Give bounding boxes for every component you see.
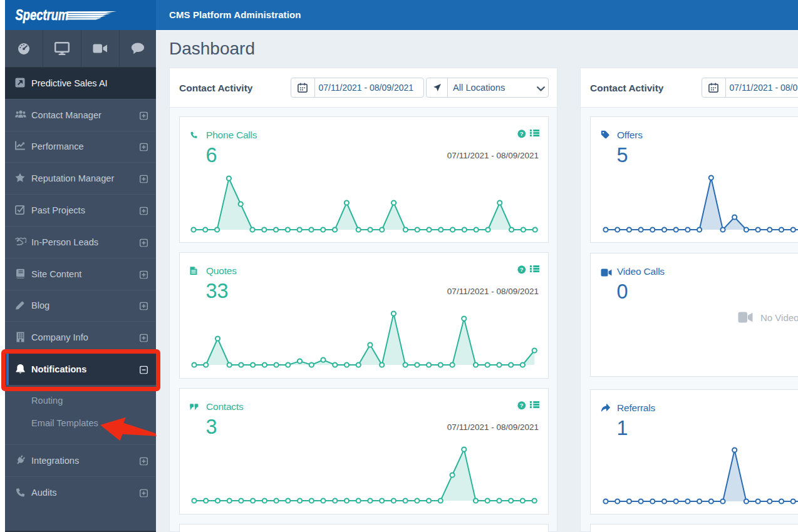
svg-text:Spectrum: Spectrum: [15, 7, 68, 23]
